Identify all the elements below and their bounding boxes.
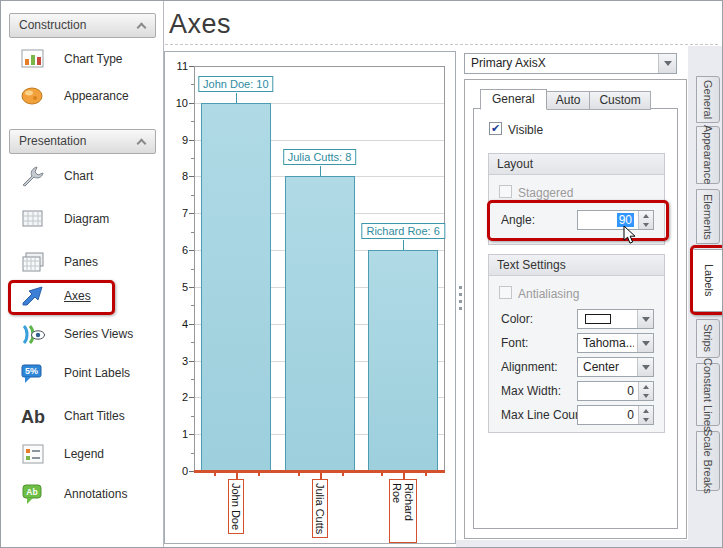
side-tab-label: Elements <box>702 194 714 240</box>
side-tab-scale-breaks[interactable]: Scale Breaks <box>696 431 720 491</box>
visible-label: Visible <box>508 123 543 137</box>
max-width-spin-buttons[interactable] <box>638 382 653 400</box>
svg-text:Ab: Ab <box>21 407 45 427</box>
alignment-dropdown[interactable]: Center <box>577 357 654 377</box>
x-minor-tick-mark <box>258 472 260 476</box>
x-minor-tick-mark <box>425 472 427 476</box>
tab-general[interactable]: General <box>480 89 547 110</box>
chevron-down-icon <box>642 365 650 370</box>
color-swatch <box>585 314 611 324</box>
axis-selector-dropdown[interactable]: Primary AxisX <box>464 53 677 74</box>
sidebar-item-label: Chart <box>64 169 93 183</box>
max-width-spin-edit[interactable]: 0 <box>577 381 654 401</box>
chart-titles-icon: Ab <box>19 404 47 429</box>
y-minor-tick-mark <box>191 121 194 122</box>
splitter-handle[interactable] <box>457 286 464 314</box>
sidebar-item-diagram[interactable]: Diagram <box>9 203 159 237</box>
max-line-count-spin-edit[interactable]: 0 <box>577 405 654 425</box>
y-minor-tick-mark <box>191 158 194 159</box>
antialiasing-label: Antialiasing <box>518 287 579 301</box>
side-tab-strips[interactable]: Strips <box>696 319 720 358</box>
x-label-connector <box>320 472 322 479</box>
sidebar-item-appearance[interactable]: Appearance <box>9 80 159 114</box>
sidebar-item-chart-type[interactable]: Chart Type <box>9 43 159 77</box>
alignment-value: Center <box>583 360 634 374</box>
y-minor-tick-mark <box>191 416 194 417</box>
color-dropdown-button[interactable] <box>637 310 653 328</box>
sidebar-item-label: Panes <box>64 255 98 269</box>
sidebar: ConstructionChart TypeAppearancePresenta… <box>1 1 164 548</box>
chevron-down-icon <box>642 317 650 322</box>
y-tick-mark <box>189 103 194 104</box>
point-label: John Doe: 10 <box>198 76 273 92</box>
x-label-connector <box>236 472 238 479</box>
y-tick-label: 9 <box>165 134 188 146</box>
point-label-connector <box>320 166 321 176</box>
axis-selector-value: Primary AxisX <box>471 56 546 70</box>
y-tick-mark <box>189 140 194 141</box>
sidebar-item-chart[interactable]: Chart <box>9 160 159 194</box>
sidebar-item-legend[interactable]: Legend <box>9 438 159 472</box>
sidebar-item-label: Annotations <box>64 487 127 501</box>
y-minor-tick-mark <box>191 342 194 343</box>
side-tab-label: Constant Lines <box>702 358 714 431</box>
tab-auto[interactable]: Auto <box>547 91 591 110</box>
sidebar-item-chart-titles[interactable]: AbChart Titles <box>9 400 159 434</box>
sidebar-item-point-labels[interactable]: 5%Point Labels <box>9 357 159 391</box>
y-minor-tick-mark <box>191 84 194 85</box>
side-tab-constant-lines[interactable]: Constant Lines <box>696 363 720 426</box>
sidebar-item-annotations[interactable]: AbAnnotations <box>9 478 159 512</box>
font-dropdown[interactable]: Tahoma... <box>577 333 654 353</box>
sidebar-item-panes[interactable]: Panes <box>9 246 159 280</box>
legend-icon <box>19 442 47 467</box>
spin-down-icon <box>643 394 649 398</box>
y-tick-mark <box>189 434 194 435</box>
color-dropdown[interactable] <box>577 309 654 329</box>
y-minor-tick-mark <box>191 269 194 270</box>
y-tick-label: 7 <box>165 207 188 219</box>
point-label: Richard Roe: 6 <box>361 223 444 239</box>
bar-richard-roe <box>368 250 438 471</box>
sidebar-item-label: Appearance <box>64 89 129 103</box>
side-tab-appearance[interactable]: Appearance <box>696 126 720 184</box>
collapse-chevron-icon <box>137 23 147 33</box>
y-tick-mark <box>189 324 194 325</box>
y-tick-label: 10 <box>165 97 188 109</box>
panes-icon <box>19 250 47 275</box>
point-label-connector <box>403 240 404 250</box>
sidebar-item-series-views[interactable]: Series Views <box>9 318 159 352</box>
y-minor-tick-mark <box>191 195 194 196</box>
max-line-count-value: 0 <box>627 408 634 422</box>
sidebar-group-header-construction[interactable]: Construction <box>9 13 156 38</box>
font-label: Font: <box>501 336 528 350</box>
page-title: Axes <box>169 9 231 40</box>
tab-custom[interactable]: Custom <box>590 91 650 110</box>
y-minor-tick-mark <box>191 232 194 233</box>
visible-checkbox[interactable]: ✔ <box>489 122 502 135</box>
y-tick-label: 8 <box>165 170 188 182</box>
max-width-value: 0 <box>627 384 634 398</box>
antialiasing-checkbox[interactable] <box>499 286 512 299</box>
x-label-connector <box>403 472 405 479</box>
font-dropdown-button[interactable] <box>637 334 653 352</box>
chart-type-icon <box>19 47 47 72</box>
y-tick-mark <box>189 176 194 177</box>
y-tick-label: 2 <box>165 391 188 403</box>
side-tab-general[interactable]: General <box>696 76 720 123</box>
x-minor-tick-mark <box>342 472 344 476</box>
appearance-icon <box>19 84 47 109</box>
sidebar-item-label: Diagram <box>64 212 109 226</box>
staggered-checkbox[interactable] <box>499 185 512 198</box>
y-minor-tick-mark <box>191 453 194 454</box>
y-minor-tick-mark <box>191 305 194 306</box>
dropdown-arrow-button[interactable] <box>658 54 676 73</box>
sidebar-item-label: Point Labels <box>64 366 130 380</box>
sidebar-group-header-presentation[interactable]: Presentation <box>9 129 156 154</box>
side-tab-elements[interactable]: Elements <box>696 189 720 244</box>
y-tick-label: 0 <box>165 465 188 477</box>
collapse-chevron-icon <box>137 139 147 149</box>
side-tab-label: Appearance <box>702 125 714 184</box>
alignment-dropdown-button[interactable] <box>637 358 653 376</box>
angle-row-highlight <box>487 200 669 241</box>
max-line-count-spin-buttons[interactable] <box>638 406 653 424</box>
